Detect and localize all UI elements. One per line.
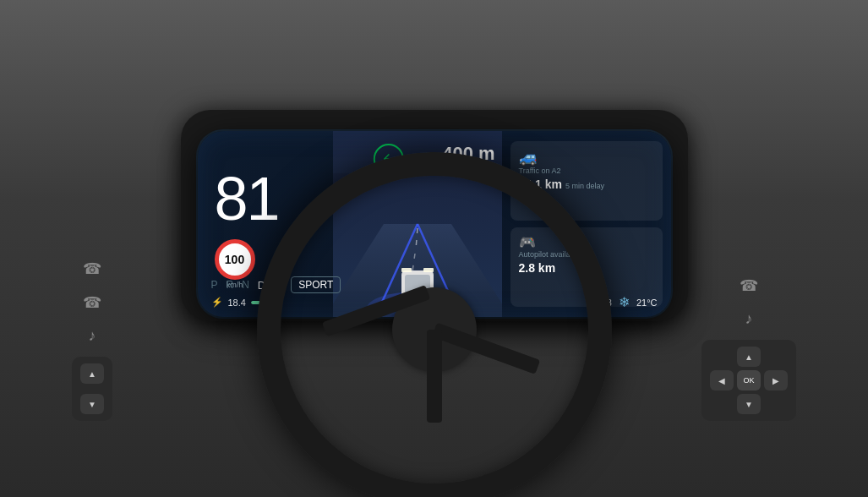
traffic-icon: 🚙 xyxy=(519,148,654,167)
temperature-display: 21°C xyxy=(636,298,658,308)
ok-button[interactable]: OK xyxy=(737,370,761,390)
left-control-pad: ▲ ▼ xyxy=(72,357,112,421)
battery-value: 18.4 xyxy=(228,298,246,308)
speed-limit-sign: 100 km/h xyxy=(215,239,255,280)
right-icon-1[interactable]: ☎ xyxy=(740,276,758,295)
left-icon-2[interactable]: ☎ xyxy=(83,293,101,312)
traffic-card-title: Traffic on A2 xyxy=(519,167,654,175)
right-down-button[interactable]: ▼ xyxy=(737,394,761,414)
spoke-bottom xyxy=(427,330,442,423)
left-controls: ☎ ☎ ♪ ▲ ▼ xyxy=(72,256,112,421)
left-icon-3[interactable]: ♪ xyxy=(89,327,96,345)
spoke-left xyxy=(321,285,429,336)
mode-R: R xyxy=(227,279,234,291)
snowflake-icon: ❄ xyxy=(619,294,630,310)
battery-icon: ⚡ xyxy=(211,297,223,308)
left-up-button[interactable]: ▲ xyxy=(80,363,104,384)
left-icon-1[interactable]: ☎ xyxy=(83,259,101,278)
right-left-button[interactable]: ◀ xyxy=(710,370,734,390)
mode-P: P xyxy=(211,279,218,291)
spoke-right xyxy=(431,323,539,374)
right-controls: ☎ ♪ ▲ ◀ OK ▶ ▼ xyxy=(701,273,796,421)
mode-N: N xyxy=(242,279,249,291)
right-control-pad: ▲ ◀ OK ▶ ▼ xyxy=(701,340,796,421)
right-icon-2[interactable]: ♪ xyxy=(745,310,753,328)
steering-wheel xyxy=(257,152,612,497)
right-up-button[interactable]: ▲ xyxy=(737,347,761,367)
right-right-button[interactable]: ▶ xyxy=(764,370,788,390)
left-down-button[interactable]: ▼ xyxy=(80,394,104,414)
speed-limit-value: 100 xyxy=(225,253,244,266)
traffic-delay: 5 min delay xyxy=(565,182,604,190)
